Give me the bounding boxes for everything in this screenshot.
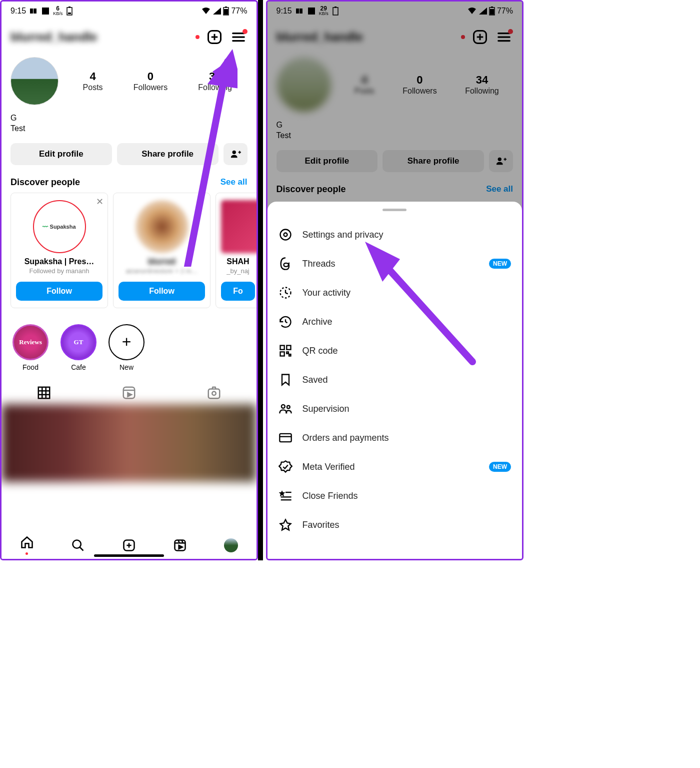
profile-stats-row: 4Posts 0Followers 34Following xyxy=(2,51,256,111)
svg-rect-7 xyxy=(224,9,228,15)
discover-card[interactable]: ✕ 〰 Supaksha Supaksha | Pres… Followed b… xyxy=(10,193,108,308)
highlights-row: Reviews Food GT Cafe + New xyxy=(2,315,256,376)
clock: 9:15 xyxy=(10,7,26,16)
battery-icon xyxy=(223,7,229,16)
reels-tab-icon[interactable] xyxy=(122,385,136,400)
activity-icon xyxy=(278,286,292,300)
new-badge: NEW xyxy=(489,259,511,269)
profile-info: G Test xyxy=(2,111,256,140)
svg-point-14 xyxy=(232,150,236,154)
create-tab-icon[interactable] xyxy=(122,538,136,552)
tagged-tab-icon[interactable] xyxy=(206,385,222,400)
archive-icon xyxy=(278,315,292,329)
display-name: G xyxy=(10,113,248,124)
grid-tab-icon[interactable] xyxy=(36,385,52,400)
menu-settings-privacy[interactable]: Settings and privacy xyxy=(278,220,512,249)
status-bar: 9:15 6KB/s 77% xyxy=(2,2,256,18)
profile-header: blurred_handle xyxy=(2,18,256,51)
svg-line-27 xyxy=(80,547,83,550)
reels-nav-icon[interactable] xyxy=(173,538,187,552)
svg-rect-62 xyxy=(280,434,291,442)
svg-point-60 xyxy=(281,405,284,408)
svg-rect-24 xyxy=(208,389,220,398)
menu-button[interactable] xyxy=(230,28,248,46)
svg-point-26 xyxy=(72,540,80,548)
card-sub: Followed by mananh xyxy=(16,267,102,275)
create-post-button[interactable] xyxy=(206,28,224,46)
card-name: blurred xyxy=(118,257,205,266)
menu-meta-verified[interactable]: Meta Verified NEW xyxy=(278,452,512,481)
close-icon[interactable]: ✕ xyxy=(96,196,104,207)
menu-close-friends[interactable]: Close Friends xyxy=(278,481,512,510)
supervision-icon xyxy=(278,402,292,416)
verified-icon xyxy=(278,460,292,474)
card-sub: aizanonlinestore + 2 m… xyxy=(118,267,205,275)
profile-tab-icon[interactable] xyxy=(224,538,238,552)
svg-point-25 xyxy=(212,391,216,395)
discover-card[interactable]: SHAH _by_naj Fo xyxy=(216,193,256,308)
star-list-icon xyxy=(278,489,292,503)
wifi-icon xyxy=(201,7,211,15)
menu-archive[interactable]: Archive xyxy=(278,307,512,336)
discover-title: Discover people xyxy=(10,177,80,188)
svg-rect-55 xyxy=(280,346,284,350)
stat-following[interactable]: 34Following xyxy=(198,70,232,92)
search-tab-icon[interactable] xyxy=(71,538,85,552)
svg-point-53 xyxy=(284,233,287,237)
notification-dot xyxy=(196,35,200,39)
statusbar-icon xyxy=(30,8,38,15)
gear-icon xyxy=(278,228,292,242)
highlight-item[interactable]: GT Cafe xyxy=(60,324,96,371)
svg-rect-56 xyxy=(286,346,290,350)
svg-point-52 xyxy=(280,230,290,240)
svg-rect-0 xyxy=(30,9,33,14)
bio-text: Test xyxy=(10,124,248,134)
stat-followers[interactable]: 0Followers xyxy=(134,70,168,92)
star-icon xyxy=(278,518,292,532)
highlight-new[interactable]: + New xyxy=(108,324,144,371)
content-tabs xyxy=(2,376,256,403)
menu-saved[interactable]: Saved xyxy=(278,365,512,394)
highlight-item[interactable]: Reviews Food xyxy=(12,324,48,371)
data-speed: 6KB/s xyxy=(53,6,62,16)
menu-orders-payments[interactable]: Orders and payments xyxy=(278,423,512,452)
threads-icon xyxy=(278,257,292,271)
card-avatar: 〰 Supaksha xyxy=(33,200,86,253)
profile-avatar[interactable] xyxy=(10,57,58,105)
share-profile-button[interactable]: Share profile xyxy=(117,143,218,165)
home-tab[interactable] xyxy=(20,535,34,555)
see-all-link[interactable]: See all xyxy=(220,177,248,187)
new-badge: NEW xyxy=(489,462,511,472)
qr-icon xyxy=(278,344,292,358)
svg-rect-57 xyxy=(280,352,284,356)
follow-button[interactable]: Fo xyxy=(221,282,255,301)
menu-favorites[interactable]: Favorites xyxy=(278,510,512,539)
add-friend-button[interactable] xyxy=(224,143,248,165)
svg-rect-58 xyxy=(286,352,288,354)
discover-cards: ✕ 〰 Supaksha Supaksha | Pres… Followed b… xyxy=(2,193,256,315)
menu-qr-code[interactable]: QR code xyxy=(278,336,512,365)
card-name: SHAH xyxy=(221,257,255,266)
discover-card[interactable]: blurred aizanonlinestore + 2 m… Follow xyxy=(113,193,210,308)
svg-point-61 xyxy=(286,406,290,409)
follow-button[interactable]: Follow xyxy=(16,282,102,301)
menu-dot xyxy=(242,29,248,34)
follow-button[interactable]: Follow xyxy=(118,282,205,301)
action-row: Edit profile Share profile xyxy=(2,140,256,168)
card-avatar xyxy=(136,200,188,253)
edit-profile-button[interactable]: Edit profile xyxy=(10,143,112,165)
card-name: Supaksha | Pres… xyxy=(16,257,102,266)
feed-grid[interactable] xyxy=(2,404,256,482)
battery-low-icon xyxy=(66,7,72,16)
username-text[interactable]: blurred_handle xyxy=(10,30,186,44)
sheet-handle[interactable] xyxy=(382,209,406,211)
stat-posts[interactable]: 4Posts xyxy=(83,70,103,92)
phone-left: 9:15 6KB/s 77% blurred_handle xyxy=(0,0,258,560)
menu-your-activity[interactable]: Your activity xyxy=(278,278,512,307)
svg-rect-4 xyxy=(68,13,71,14)
battery-text: 77% xyxy=(231,7,247,16)
bookmark-icon xyxy=(278,373,292,387)
menu-supervision[interactable]: Supervision xyxy=(278,394,512,423)
menu-threads[interactable]: Threads NEW xyxy=(278,249,512,278)
divider-bar xyxy=(258,0,263,560)
